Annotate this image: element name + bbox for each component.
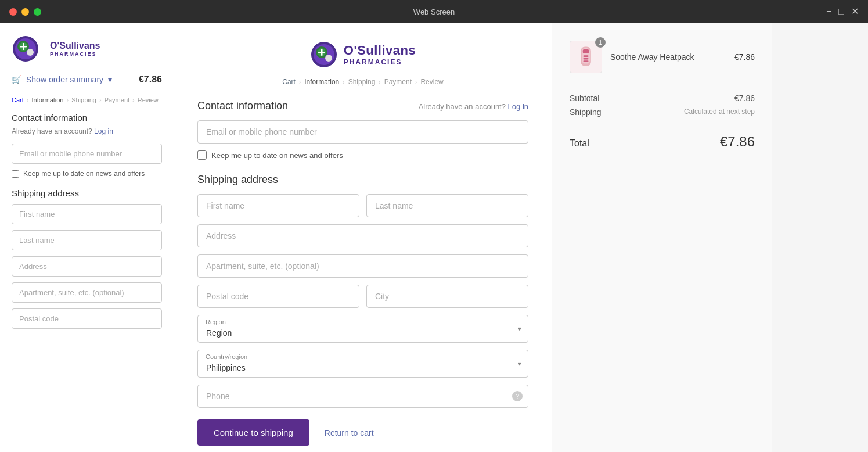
sep2: › <box>66 96 69 103</box>
sidebar-shipping-title: Shipping address <box>12 188 162 198</box>
order-summary-panel: 1 Soothe Away Heatpack €7.86 Subtotal €7… <box>552 23 772 452</box>
minimize-button[interactable] <box>21 8 29 16</box>
maximize-button[interactable] <box>34 8 41 16</box>
product-svg <box>574 44 597 70</box>
sidebar-email-input[interactable] <box>12 144 162 164</box>
breadcrumb-review: Review <box>138 96 159 103</box>
sidebar-brand-name: O'Sullivans <box>50 41 100 51</box>
region-select[interactable]: Region <box>197 315 528 343</box>
svg-rect-5 <box>20 46 27 48</box>
main-breadcrumb: Cart › Information › Shipping › Payment … <box>197 78 528 86</box>
login-link[interactable]: Log in <box>508 102 528 111</box>
main-bc-payment: Payment <box>384 78 412 86</box>
newsletter-label: Keep me up to date on news and offers <box>211 151 343 160</box>
postal-input[interactable] <box>197 285 359 308</box>
country-wrapper: Country/region Philippines ▾ <box>197 350 528 378</box>
main-bc-cart[interactable]: Cart <box>282 78 296 86</box>
already-account-text: Already have an account? Log in <box>419 102 528 111</box>
sep4: › <box>132 96 135 103</box>
return-to-cart-link[interactable]: Return to cart <box>319 420 380 446</box>
last-name-input[interactable] <box>366 194 528 217</box>
sidebar-order-amount: €7.86 <box>139 74 162 85</box>
apt-input[interactable] <box>197 254 528 278</box>
window-title: Web Screen <box>413 8 455 16</box>
name-row <box>197 194 528 217</box>
total-row: Total €7.86 <box>570 134 755 150</box>
city-input[interactable] <box>366 285 528 308</box>
main-bc-information: Information <box>304 78 339 86</box>
titlebar: Web Screen − □ ✕ <box>0 0 868 23</box>
shipping-title: Shipping address <box>197 174 528 186</box>
win-close-icon[interactable]: ✕ <box>851 7 859 16</box>
main-bc-sep3: › <box>379 79 380 85</box>
shipping-section: Shipping address Region <box>197 174 528 408</box>
main-logo-text: O'Sullivans Pharmacies <box>344 43 416 66</box>
breadcrumb-payment: Payment <box>105 96 129 103</box>
region-label: Region <box>206 318 226 325</box>
newsletter-checkbox[interactable] <box>197 150 207 160</box>
sidebar-logo-icon <box>12 35 39 63</box>
region-wrapper: Region Region ▾ <box>197 315 528 343</box>
postal-city-row <box>197 285 528 308</box>
main-brand-sub: Pharmacies <box>344 58 416 66</box>
main-brand-name: O'Sullivans <box>344 43 416 58</box>
order-summary-toggle[interactable]: 🛒 Show order summary ▾ €7.86 <box>12 74 162 85</box>
total-label: Total <box>570 138 589 149</box>
checkout-main: O'Sullivans Pharmacies Cart › Informatio… <box>174 23 552 452</box>
product-name: Soothe Away Heatpack <box>610 52 726 62</box>
phone-wrapper: ? <box>197 385 528 408</box>
contact-title: Contact information <box>197 100 288 112</box>
toggle-left: 🛒 Show order summary ▾ <box>12 75 112 84</box>
address-input[interactable] <box>197 224 528 247</box>
sidebar-logo-text: O'Sullivans Pharmacies <box>50 41 100 57</box>
product-row: 1 Soothe Away Heatpack €7.86 <box>570 41 755 73</box>
win-minimize-icon[interactable]: − <box>826 7 831 16</box>
continue-shipping-button[interactable]: Continue to shipping <box>197 419 309 446</box>
sidebar-first-name-input[interactable] <box>12 204 162 224</box>
sidebar-postal-input[interactable] <box>12 308 162 329</box>
svg-rect-12 <box>318 52 325 53</box>
sidebar-brand-sub: Pharmacies <box>50 51 100 57</box>
window-controls <box>9 8 41 16</box>
phone-help-icon[interactable]: ? <box>512 391 523 401</box>
subtotal-label: Subtotal <box>570 94 599 103</box>
product-quantity-badge: 1 <box>595 37 606 48</box>
breadcrumb-cart[interactable]: Cart <box>12 96 24 103</box>
svg-rect-19 <box>584 60 589 62</box>
product-price: €7.86 <box>734 52 755 62</box>
breadcrumb-shipping: Shipping <box>71 96 96 103</box>
total-amount: €7.86 <box>720 134 755 150</box>
main-logo-icon <box>310 41 338 69</box>
main-bc-sep4: › <box>415 79 417 85</box>
sidebar-apt-input[interactable] <box>12 282 162 303</box>
sidebar-contact-title: Contact information <box>12 113 162 123</box>
win-restore-icon[interactable]: □ <box>838 7 844 16</box>
sidebar-address-input[interactable] <box>12 256 162 277</box>
main-logo-area: O'Sullivans Pharmacies <box>197 41 528 69</box>
svg-rect-17 <box>584 55 589 57</box>
phone-input[interactable] <box>197 385 528 408</box>
sidebar-newsletter-checkbox[interactable] <box>12 170 19 178</box>
email-input[interactable] <box>197 120 528 144</box>
breadcrumb-information: Information <box>31 96 63 103</box>
svg-point-6 <box>27 49 34 56</box>
cart-icon: 🛒 <box>12 75 21 84</box>
main-bc-shipping: Shipping <box>348 78 376 86</box>
sep1: › <box>27 96 29 103</box>
svg-point-13 <box>325 55 332 62</box>
sidebar-logo: O'Sullivans Pharmacies <box>12 35 162 63</box>
close-button[interactable] <box>9 8 17 16</box>
address-group <box>197 224 528 247</box>
svg-rect-16 <box>583 49 589 53</box>
sidebar-breadcrumb: Cart › Information › Shipping › Payment … <box>12 96 162 103</box>
sidebar-last-name-input[interactable] <box>12 230 162 250</box>
first-name-input[interactable] <box>197 194 359 217</box>
sep3: › <box>99 96 102 103</box>
main-bc-sep1: › <box>299 79 301 85</box>
newsletter-row: Keep me up to date on news and offers <box>197 150 528 160</box>
sidebar-login-link[interactable]: Log in <box>94 127 113 135</box>
sidebar-already-account: Already have an account? Log in <box>12 127 162 135</box>
sidebar-newsletter-label: Keep me up to date on news and offers <box>23 170 145 178</box>
subtotal-row: Subtotal €7.86 <box>570 94 755 103</box>
country-label: Country/region <box>206 353 247 360</box>
